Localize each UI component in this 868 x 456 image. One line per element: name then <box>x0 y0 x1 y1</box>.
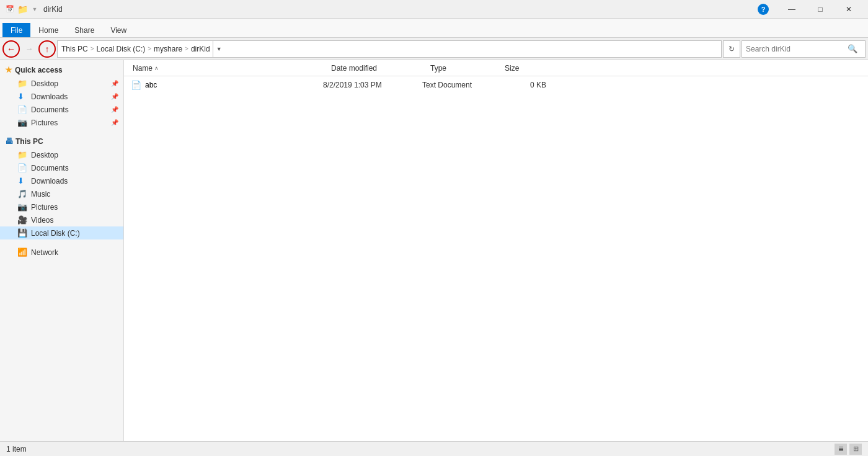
title-bar: 📅 📁 ▼ dirKid ? — □ ✕ <box>0 0 868 19</box>
pin-icon: 📌 <box>111 119 118 126</box>
item-count: 1 item <box>6 445 27 454</box>
sidebar-item-local-disk[interactable]: 💾 Local Disk (C:) <box>0 226 123 239</box>
title-bar-icons: 📅 📁 ▼ <box>5 4 40 14</box>
col-name-label: Name <box>133 64 153 73</box>
sidebar-item-label: Documents <box>31 164 69 172</box>
breadcrumb-myshare[interactable]: myshare <box>154 45 182 53</box>
file-name: abc <box>145 81 157 89</box>
pin-icon: 📌 <box>111 80 118 87</box>
sidebar-item-label: Downloads <box>31 177 68 186</box>
music-icon: 🎵 <box>17 189 27 199</box>
ribbon: File Home Share View <box>0 19 868 38</box>
file-size: 0 KB <box>530 81 546 89</box>
sidebar-item-label: Desktop <box>31 79 58 88</box>
col-date-label: Date modified <box>331 64 377 73</box>
window-title: dirKid <box>43 5 754 14</box>
view-icons: ≣ ⊞ <box>835 444 862 455</box>
search-icon[interactable]: 🔍 <box>848 44 857 53</box>
folder-icon: 📁 <box>17 4 27 14</box>
main-layout: ★ Quick access 📁 Desktop 📌 ⬇ Downloads 📌… <box>0 60 868 441</box>
sidebar-item-documents-qa[interactable]: 📄 Documents 📌 <box>0 103 123 116</box>
column-headers: Name ∧ Date modified Type Size <box>124 60 868 76</box>
sidebar-item-label: Music <box>31 190 50 199</box>
folder-icon: 📁 <box>17 150 27 159</box>
pin-icon: 📌 <box>111 106 118 113</box>
sidebar-item-music-pc[interactable]: 🎵 Music <box>0 187 123 200</box>
sidebar-section-this-pc[interactable]: 🖶 This PC <box>0 134 123 148</box>
sidebar-item-label: Downloads <box>31 92 68 101</box>
sidebar-item-documents-pc[interactable]: 📄 Documents <box>0 161 123 174</box>
back-button[interactable]: ← <box>2 40 20 58</box>
breadcrumb-dirkid[interactable]: dirKid <box>191 45 210 53</box>
disk-icon: 💾 <box>17 228 27 238</box>
sidebar-item-desktop-qa[interactable]: 📁 Desktop 📌 <box>0 77 123 90</box>
refresh-button[interactable]: ↻ <box>723 40 740 58</box>
search-input[interactable] <box>746 45 845 53</box>
file-type: Text Document <box>422 81 472 89</box>
breadcrumb-local-disk[interactable]: Local Disk (C:) <box>97 45 146 53</box>
sidebar-item-label: Documents <box>31 105 69 114</box>
pictures-icon: 📷 <box>17 202 27 212</box>
sidebar-item-desktop-pc[interactable]: 📁 Desktop <box>0 148 123 161</box>
sidebar-item-videos-pc[interactable]: 🎥 Videos <box>0 213 123 226</box>
minimize-button[interactable]: — <box>777 0 806 19</box>
file-name-cell: 📄 abc <box>131 80 323 90</box>
sidebar-item-network[interactable]: 📶 Network <box>0 246 123 259</box>
quick-access-label: Quick access <box>15 66 63 74</box>
pin-icon: ▼ <box>30 4 40 14</box>
file-type-cell: Text Document <box>422 81 497 89</box>
breadcrumb-bar: This PC > Local Disk (C:) > myshare > di… <box>57 40 722 58</box>
sidebar-item-pictures-qa[interactable]: 📷 Pictures 📌 <box>0 116 123 129</box>
status-bar: 1 item ≣ ⊞ <box>0 441 868 456</box>
tab-home[interactable]: Home <box>30 23 66 37</box>
window-controls: — □ ✕ <box>777 0 863 19</box>
file-date: 8/2/2019 1:03 PM <box>323 81 382 89</box>
file-list: 📄 abc 8/2/2019 1:03 PM Text Document 0 K… <box>124 76 868 441</box>
file-date-cell: 8/2/2019 1:03 PM <box>323 81 422 89</box>
sep1: > <box>91 45 94 52</box>
sidebar-item-label: Local Disk (C:) <box>31 229 80 238</box>
sort-arrow-icon: ∧ <box>154 65 159 71</box>
this-pc-label: This PC <box>16 137 43 146</box>
sidebar-item-label: Pictures <box>31 203 58 212</box>
col-header-name[interactable]: Name ∧ <box>130 64 329 73</box>
videos-icon: 🎥 <box>17 215 27 225</box>
col-header-size[interactable]: Size <box>502 64 552 73</box>
search-bar: 🔍 <box>742 40 866 58</box>
sidebar-item-label: Videos <box>31 216 53 225</box>
folder-icon: 📁 <box>17 79 27 88</box>
help-button[interactable]: ? <box>758 4 769 15</box>
col-header-date[interactable]: Date modified <box>329 64 428 73</box>
table-row[interactable]: 📄 abc 8/2/2019 1:03 PM Text Document 0 K… <box>130 76 862 94</box>
sidebar-section-quick-access[interactable]: ★ Quick access <box>0 63 123 77</box>
file-size-cell: 0 KB <box>497 81 546 89</box>
sidebar-item-label: Desktop <box>31 151 58 159</box>
tab-share[interactable]: Share <box>66 23 102 37</box>
forward-button[interactable]: → <box>21 41 37 57</box>
tab-view[interactable]: View <box>102 23 135 37</box>
breadcrumb-this-pc[interactable]: This PC <box>61 45 88 53</box>
docs-icon: 📄 <box>17 163 27 172</box>
sidebar-item-downloads-qa[interactable]: ⬇ Downloads 📌 <box>0 90 123 103</box>
col-type-label: Type <box>430 64 446 73</box>
quick-access-icon: 📅 <box>5 4 15 14</box>
downloads-icon: ⬇ <box>17 176 27 186</box>
sidebar-item-label: Pictures <box>31 118 58 127</box>
close-button[interactable]: ✕ <box>835 0 863 19</box>
breadcrumb-dropdown-button[interactable]: ▼ <box>213 40 225 58</box>
pin-icon: 📌 <box>111 93 118 100</box>
details-view-button[interactable]: ≣ <box>835 444 847 455</box>
up-button[interactable]: ↑ <box>38 40 56 58</box>
maximize-button[interactable]: □ <box>806 0 835 19</box>
sidebar: ★ Quick access 📁 Desktop 📌 ⬇ Downloads 📌… <box>0 60 124 441</box>
sidebar-item-label: Network <box>31 248 58 257</box>
file-icon: 📄 <box>131 80 141 90</box>
sidebar-item-downloads-pc[interactable]: ⬇ Downloads <box>0 174 123 187</box>
tiles-view-button[interactable]: ⊞ <box>849 444 862 455</box>
star-icon: ★ <box>5 65 12 74</box>
pictures-icon: 📷 <box>17 118 27 127</box>
tab-file[interactable]: File <box>2 23 30 37</box>
network-icon: 📶 <box>17 248 27 257</box>
col-header-type[interactable]: Type <box>428 64 502 73</box>
sidebar-item-pictures-pc[interactable]: 📷 Pictures <box>0 200 123 213</box>
